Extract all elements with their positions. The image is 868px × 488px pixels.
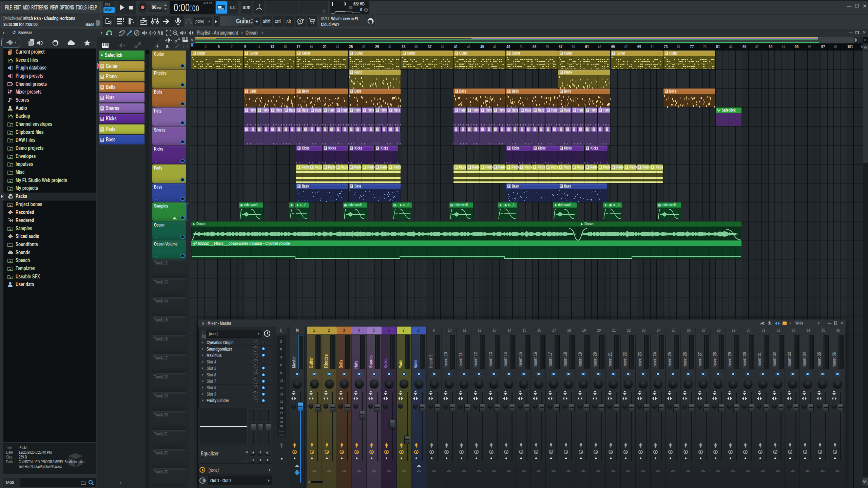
svg-text:?: ? [299,20,301,23]
